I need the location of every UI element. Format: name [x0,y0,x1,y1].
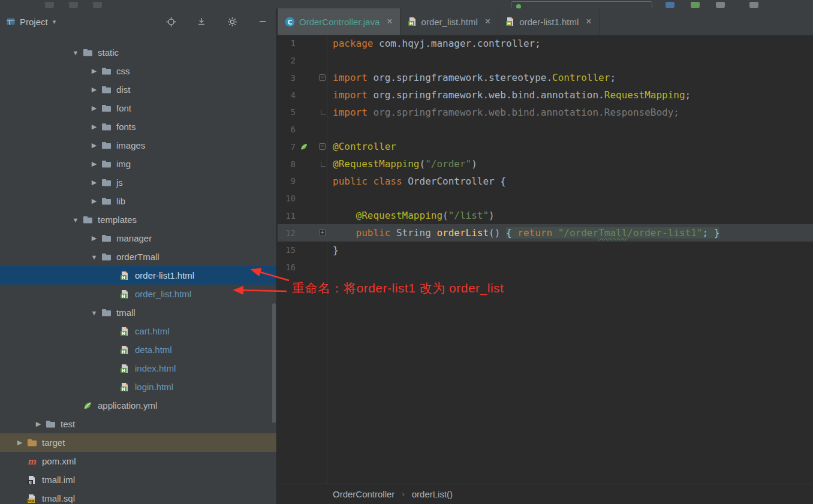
tree-item-tmall[interactable]: ▼tmall [0,303,276,322]
fold-zone: − [312,143,327,150]
html-icon: H [408,17,417,26]
breadcrumb-class[interactable]: OrderController [333,489,395,499]
toolbar-icon[interactable] [93,2,102,8]
settings-button[interactable] [225,15,239,28]
tree-right-arrow-icon[interactable]: ▶ [33,420,44,428]
html-icon: H [118,289,131,299]
tree-scrollbar[interactable] [272,303,276,423]
fold-marker-end-icon[interactable] [321,110,326,114]
main-toolbar [0,0,813,9]
fold-marker-end-icon[interactable] [321,162,326,167]
toolbar-icon[interactable] [45,2,54,8]
locate-file-button[interactable] [164,15,177,28]
breadcrumb-method[interactable]: orderList() [412,489,453,499]
hide-panel-button[interactable] [256,15,269,28]
tree-item-test[interactable]: ▶test [0,415,276,433]
tree-item-font[interactable]: ▶font [0,99,276,117]
tree-right-arrow-icon[interactable]: ▶ [14,439,25,446]
code-line-11[interactable]: 11 @RequestMapping("/list") [278,207,813,225]
folder-icon [100,141,113,150]
code-line-8[interactable]: 8@RequestMapping("/order") [278,155,813,173]
tree-right-arrow-icon[interactable]: ▶ [89,86,100,93]
chevron-down-icon[interactable]: ▾ [53,18,56,26]
close-tab-icon[interactable]: × [586,17,591,26]
tree-item-fonts[interactable]: ▶fonts [0,117,276,136]
code-text: } [327,245,339,256]
tree-right-arrow-icon[interactable]: ▶ [89,197,100,205]
code-line-2[interactable]: 2 [278,52,813,70]
fold-marker-plus-icon[interactable]: + [319,230,326,236]
run-icon[interactable] [691,2,700,8]
tree-right-arrow-icon[interactable]: ▶ [89,141,100,149]
tree-item-label: test [57,419,75,429]
code-editor[interactable]: 1package com.hqyj.manager.controller;23−… [278,35,813,484]
code-line-15[interactable]: 15} [278,242,813,259]
tree-item-order-list-html[interactable]: Horder_list.html [0,285,276,303]
tree-item-dist[interactable]: ▶dist [0,80,276,99]
tree-down-arrow-icon[interactable]: ▼ [70,49,81,56]
tree-item-login-html[interactable]: Hlogin.html [0,378,276,396]
tree-item-pom-xml[interactable]: mpom.xml [0,452,276,470]
tree-right-arrow-icon[interactable]: ▶ [89,179,100,186]
panel-title[interactable]: Project [20,17,48,27]
tab-order-list1-html[interactable]: Horder-list1.html× [498,8,600,35]
iml-icon: IJ [25,475,38,485]
debug-icon[interactable] [716,2,725,8]
collapse-all-button[interactable] [195,15,208,28]
fold-marker-open-icon[interactable]: − [319,74,326,81]
tab-label: OrderController.java [299,17,380,27]
tree-item-target[interactable]: ▶target [0,433,276,452]
code-line-4[interactable]: 4import org.springframework.web.bind.ann… [278,86,813,104]
tree-right-arrow-icon[interactable]: ▶ [89,160,100,168]
tree-right-arrow-icon[interactable]: ▶ [89,104,100,112]
tree-item-css[interactable]: ▶css [0,62,276,80]
tree-item-lib[interactable]: ▶lib [0,192,276,210]
tree-down-arrow-icon[interactable]: ▼ [89,253,100,261]
tree-item-static[interactable]: ▼static [0,43,276,62]
tree-item-js[interactable]: ▶js [0,173,276,192]
code-line-7[interactable]: 7−@Controller [278,138,813,156]
tree-down-arrow-icon[interactable]: ▼ [70,216,81,224]
tree-right-arrow-icon[interactable]: ▶ [89,123,100,131]
notifications-icon[interactable] [749,2,758,8]
code-line-1[interactable]: 1package com.hqyj.manager.controller; [278,35,813,52]
code-line-10[interactable]: 10 [278,190,813,207]
code-line-9[interactable]: 9public class OrderController { [278,173,813,190]
tree-item-manager[interactable]: ▶manager [0,229,276,248]
tree-item-label: templates [94,215,137,225]
code-line-5[interactable]: 5import org.springframework.web.bind.ann… [278,104,813,121]
folder-icon [44,420,57,428]
build-icon[interactable] [666,2,675,8]
tree-right-arrow-icon[interactable]: ▶ [89,234,100,242]
code-line-6[interactable]: 6 [278,121,813,138]
code-line-12[interactable]: 12+ public String orderList() { return "… [278,224,813,242]
code-line-16[interactable]: 16 [278,259,813,276]
tree-item-deta-html[interactable]: Hdeta.html [0,340,276,359]
tree-item-cart-html[interactable]: Hcart.html [0,322,276,340]
tree-item-img[interactable]: ▶img [0,155,276,173]
tree-item-label: order_list.html [131,289,191,299]
tree-right-arrow-icon[interactable]: ▶ [89,67,100,75]
tab-ordercontroller-java[interactable]: COrderController.java× [278,8,401,35]
tree-down-arrow-icon[interactable]: ▼ [89,309,100,316]
folder-icon [100,85,113,94]
close-tab-icon[interactable]: × [485,17,490,26]
editor-area: COrderController.java×Horder_list.html×H… [278,8,813,504]
code-line-3[interactable]: 3−import org.springframework.stereotype.… [278,70,813,87]
tree-item-tmall-iml[interactable]: IJtmall.iml [0,470,276,489]
tree-item-tmall-sql[interactable]: SQLtmall.sql [0,489,276,504]
tree-item-ordertmall[interactable]: ▼orderTmall [0,248,276,266]
tree-item-images[interactable]: ▶images [0,136,276,155]
project-panel-header: Project ▾ [0,8,276,35]
close-tab-icon[interactable]: × [387,17,392,26]
tree-item-order-list1-html[interactable]: Horder-list1.html [0,266,276,285]
html-icon: H [118,382,131,392]
folder-icon [81,48,94,57]
tree-item-templates[interactable]: ▼templates [0,210,276,229]
tab-order-list-html[interactable]: Horder_list.html× [401,8,499,35]
tree-item-label: index.html [131,363,176,373]
fold-marker-open-icon[interactable]: − [319,143,326,150]
toolbar-icon[interactable] [69,2,78,8]
tree-item-application-yml[interactable]: application.yml [0,396,276,415]
tree-item-index-html[interactable]: Hindex.html [0,359,276,378]
